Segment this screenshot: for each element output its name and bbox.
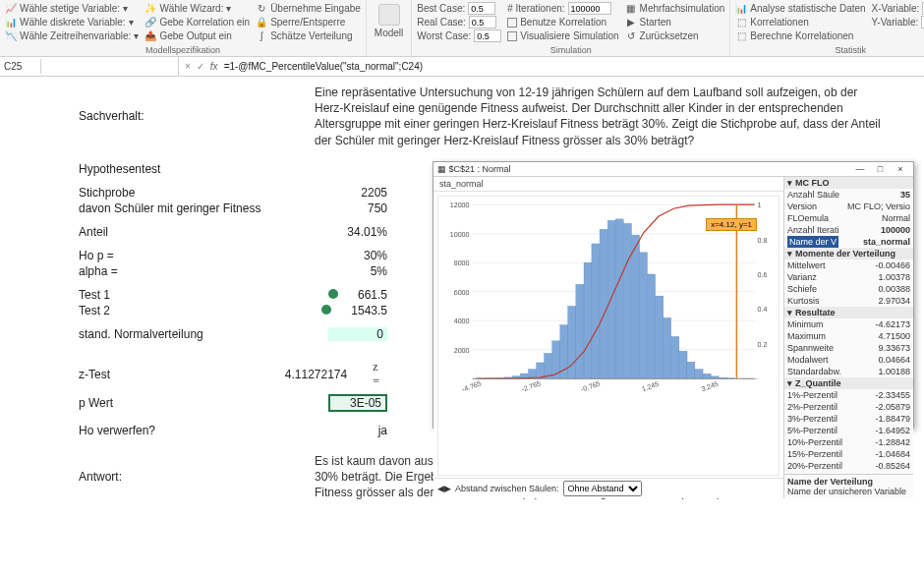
zurucksetzen[interactable]: ↺Zurücksetzen: [624, 29, 726, 42]
davon-label: davon Schüler mit geringer Fitness: [79, 201, 315, 215]
verwerfen-value[interactable]: ja: [315, 424, 393, 437]
ribbon-group-statistik: 📊Analyse statistische Daten ⬚Korrelation…: [730, 0, 924, 56]
output-icon: 📤: [144, 30, 156, 42]
chart-subtitle: sta_normal: [433, 177, 783, 192]
minimize-icon[interactable]: —: [851, 164, 869, 174]
alpha-value[interactable]: 5%: [315, 264, 393, 278]
ubernehme-eingabe[interactable]: ↻Übernehme Eingabe: [255, 2, 362, 15]
analyse-statistische[interactable]: 📊Analyse statistische Daten: [734, 2, 866, 15]
chart-plot[interactable]: 200040006000800010000120000.20.40.60.81-…: [437, 196, 780, 476]
cancel-formula-icon[interactable]: ×: [185, 61, 191, 72]
mehrfachsimulation[interactable]: ▦Mehrfachsimulation: [624, 2, 726, 15]
real-case-input[interactable]: [469, 16, 496, 29]
chart-app-icon: ▦: [437, 164, 446, 174]
test1-label: Test 1: [79, 288, 315, 302]
korrelationen[interactable]: ⬚Korrelationen: [734, 16, 866, 29]
green-dot-icon: [321, 305, 331, 315]
svg-rect-46: [703, 374, 711, 378]
davon-value[interactable]: 750: [315, 201, 393, 215]
wahle-stetige[interactable]: 📈Wähle stetige Variable: ▾: [4, 2, 140, 15]
formula-text[interactable]: =1-@fMC_PercentileValue("sta_normal";C24…: [224, 61, 423, 72]
starten[interactable]: ▶Starten: [624, 16, 726, 29]
svg-text:-0.765: -0.765: [580, 379, 602, 393]
iterationen-input[interactable]: [568, 2, 611, 15]
ztest-value[interactable]: 4.11272174: [284, 368, 353, 381]
svg-rect-35: [615, 219, 623, 378]
hop-label: Ho p =: [79, 249, 315, 262]
modell-icon: [378, 4, 400, 26]
chevron-down-icon: ▾: [134, 29, 139, 42]
svg-rect-32: [592, 244, 600, 378]
maximize-icon[interactable]: □: [871, 164, 889, 174]
hop-value[interactable]: 30%: [315, 249, 393, 262]
group-label: Simulation: [416, 44, 725, 55]
side-section-mcflo[interactable]: ▾ MC FLO: [784, 177, 913, 189]
close-icon[interactable]: ×: [892, 164, 909, 174]
chevron-down-icon: ▾: [226, 2, 231, 15]
sperre-entsperre[interactable]: 🔒Sperre/Entsperre: [255, 16, 362, 29]
group-label: Modellspezifikation: [4, 44, 362, 55]
svg-text:6000: 6000: [454, 289, 470, 297]
gebe-output[interactable]: 📤Gebe Output ein: [144, 29, 251, 42]
test2-value[interactable]: 1543.5: [315, 304, 393, 317]
verwerfen-label: Ho verwerfen?: [79, 424, 315, 437]
abstand-select[interactable]: Ohne Abstand: [563, 481, 642, 496]
slider-icon[interactable]: ◀▶: [437, 484, 451, 493]
stats-icon: 📊: [735, 3, 747, 15]
svg-rect-45: [695, 370, 703, 379]
svg-text:8000: 8000: [454, 259, 470, 267]
svg-rect-36: [623, 223, 631, 378]
chart-title: $C$21 : Normal: [449, 164, 511, 174]
svg-text:0.4: 0.4: [758, 306, 768, 314]
svg-rect-33: [600, 229, 607, 378]
checkbox-icon: [507, 31, 517, 41]
chevron-down-icon: ▾: [123, 2, 128, 15]
test2-label: Test 2: [79, 304, 315, 317]
calc-icon: ⬚: [735, 30, 747, 42]
antwort-label: Antwort:: [79, 470, 315, 484]
berechne-korrelationen[interactable]: ⬚Berechne Korrelationen: [734, 29, 866, 42]
accept-formula-icon[interactable]: ✓: [197, 61, 204, 72]
name-box[interactable]: C25: [0, 59, 41, 74]
test1-value[interactable]: 661.5: [315, 288, 393, 302]
svg-rect-31: [584, 262, 592, 378]
side-section-resultate[interactable]: ▾ Resultate: [784, 307, 913, 318]
svg-text:1.245: 1.245: [641, 380, 660, 394]
wahle-diskrete[interactable]: 📊Wähle diskrete Variable: ▾: [4, 16, 140, 29]
svg-text:12000: 12000: [450, 201, 470, 209]
fx-icon[interactable]: fx: [210, 61, 218, 72]
anteil-value[interactable]: 34.01%: [315, 225, 393, 239]
accept-icon: ↻: [256, 3, 267, 15]
side-section-momente[interactable]: ▾ Momente der Verteilung: [784, 248, 913, 259]
wahle-zeitreihen[interactable]: 📉Wähle Zeitreihenvariable: ▾: [4, 29, 140, 42]
stdnv-value[interactable]: 0: [328, 327, 387, 341]
stichprobe-label: Stichprobe: [79, 186, 315, 200]
side-footer-title: Name der Verteilung: [787, 477, 873, 487]
svg-rect-30: [576, 284, 584, 378]
side-section-zquantile[interactable]: ▾ Z_Quantile: [784, 377, 913, 389]
modell-button[interactable]: Modell: [371, 2, 407, 40]
worst-case-input[interactable]: [474, 29, 501, 42]
svg-rect-38: [639, 253, 647, 378]
line-icon: 📉: [5, 30, 17, 42]
chart-sidebar[interactable]: ▾ MC FLO Anzahl Säule35 VersionMC FLO; V…: [783, 177, 913, 498]
best-case-input[interactable]: [468, 2, 495, 15]
svg-rect-40: [656, 296, 664, 378]
chart-window[interactable]: ▦ $C$21 : Normal — □ × sta_normal 200040…: [433, 161, 914, 429]
svg-rect-44: [687, 362, 695, 378]
gebe-korrelation[interactable]: 🔗Gebe Korrelation ein: [144, 16, 251, 29]
wahle-wizard[interactable]: ✨Wähle Wizard: ▾: [144, 2, 251, 15]
selected-property[interactable]: Name der V: [787, 236, 838, 248]
svg-rect-25: [537, 363, 545, 378]
svg-text:0.8: 0.8: [758, 237, 768, 245]
pwert-value[interactable]: 3E-05: [328, 394, 387, 412]
stichprobe-value[interactable]: 2205: [315, 186, 393, 200]
ribbon-group-modell: 📈Wähle stetige Variable: ▾ 📊Wähle diskre…: [0, 0, 367, 56]
schatze-verteilung[interactable]: ∫Schätze Verteilung: [255, 29, 362, 42]
link-icon: 🔗: [144, 17, 156, 29]
benutze-korrelation[interactable]: Benutze Korrelation: [506, 16, 619, 29]
svg-text:2000: 2000: [454, 347, 470, 355]
chart-window-titlebar[interactable]: ▦ $C$21 : Normal — □ ×: [433, 162, 913, 177]
svg-rect-39: [647, 274, 655, 378]
visualisiere-simulation[interactable]: Visualisiere Simulation: [506, 29, 619, 42]
